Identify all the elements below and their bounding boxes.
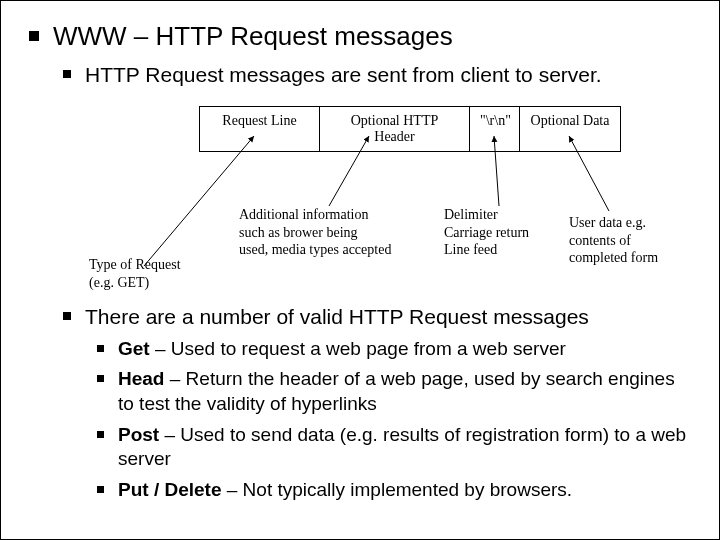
bullet-icon	[97, 345, 104, 352]
message-structure-row: Request Line Optional HTTP Header "\r\n"…	[199, 106, 621, 152]
cell-crlf: "\r\n"	[470, 107, 520, 151]
term: Post	[118, 424, 159, 445]
cell-request-line: Request Line	[200, 107, 320, 151]
arrow-type	[144, 136, 254, 266]
annotation-additional: Additional information such as brower be…	[239, 206, 391, 259]
cell-optional-header: Optional HTTP Header	[320, 107, 470, 151]
list-item: Get – Used to request a web page from a …	[97, 337, 691, 362]
list-item-text: Get – Used to request a web page from a …	[118, 337, 566, 362]
list-item-text: Put / Delete – Not typically implemented…	[118, 478, 572, 503]
cell-optional-data: Optional Data	[520, 107, 620, 151]
bullet-icon	[97, 486, 104, 493]
bullet-icon	[29, 31, 39, 41]
annotation-type: Type of Request (e.g. GET)	[89, 256, 181, 291]
slide: WWW – HTTP Request messages HTTP Request…	[1, 1, 719, 503]
list-item: Put / Delete – Not typically implemented…	[97, 478, 691, 503]
bullet-icon	[97, 375, 104, 382]
annotation-userdata: User data e.g. contents of completed for…	[569, 214, 658, 267]
annotation-delimiter: Delimiter Carriage return Line feed	[444, 206, 529, 259]
desc: – Return the header of a web page, used …	[118, 368, 675, 414]
desc: – Not typically implemented by browsers.	[221, 479, 572, 500]
list-item: Head – Return the header of a web page, …	[97, 367, 691, 416]
bullet-icon	[63, 312, 71, 320]
term: Get	[118, 338, 150, 359]
bullet-icon	[97, 431, 104, 438]
desc: – Used to send data (e.g. results of reg…	[118, 424, 686, 470]
list-item: Post – Used to send data (e.g. results o…	[97, 423, 691, 472]
title-row: WWW – HTTP Request messages	[29, 21, 691, 62]
list-item-text: Head – Return the header of a web page, …	[118, 367, 691, 416]
subpoint-2: There are a number of valid HTTP Request…	[63, 304, 691, 330]
slide-title: WWW – HTTP Request messages	[53, 21, 453, 52]
http-message-diagram: Request Line Optional HTTP Header "\r\n"…	[89, 106, 691, 296]
term: Head	[118, 368, 164, 389]
term: Put / Delete	[118, 479, 221, 500]
subpoint-1-text: HTTP Request messages are sent from clie…	[85, 62, 602, 88]
subpoint-2-text: There are a number of valid HTTP Request…	[85, 304, 589, 330]
bullet-icon	[63, 70, 71, 78]
list-item-text: Post – Used to send data (e.g. results o…	[118, 423, 691, 472]
subpoint-1: HTTP Request messages are sent from clie…	[63, 62, 691, 88]
desc: – Used to request a web page from a web …	[150, 338, 566, 359]
